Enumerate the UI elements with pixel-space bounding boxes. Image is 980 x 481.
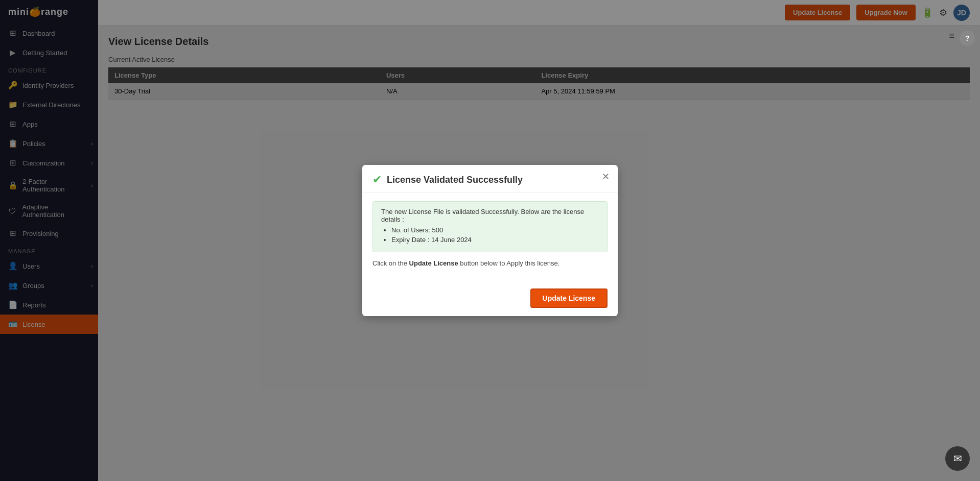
close-icon: ✕	[602, 172, 610, 182]
main-content: Update License Upgrade Now 🔋 ⚙ JD ? ≡ Vi…	[98, 0, 980, 481]
modal-header: ✔ License Validated Successfully ✕	[362, 165, 618, 193]
modal: ✔ License Validated Successfully ✕ The n…	[362, 165, 618, 316]
chat-fab-button[interactable]: ✉	[945, 446, 970, 471]
success-message: The new License File is validated Succes…	[381, 208, 584, 223]
modal-close-button[interactable]: ✕	[602, 172, 610, 181]
modal-body: The new License File is validated Succes…	[362, 193, 618, 283]
help-icon: ?	[965, 34, 970, 42]
success-check-icon: ✔	[372, 173, 382, 186]
detail-users: No. of Users: 500	[391, 226, 599, 234]
help-button[interactable]: ?	[960, 31, 975, 46]
modal-footer: Update License	[362, 283, 618, 316]
modal-title: License Validated Successfully	[387, 175, 523, 185]
success-box: The new License File is validated Succes…	[372, 201, 608, 252]
detail-expiry: Expiry Date : 14 June 2024	[391, 236, 599, 244]
modal-update-license-button[interactable]: Update License	[530, 288, 608, 308]
modal-overlay: ✔ License Validated Successfully ✕ The n…	[0, 0, 980, 481]
chat-icon: ✉	[953, 452, 962, 465]
modal-info-text: Click on the Update License button below…	[372, 259, 608, 267]
